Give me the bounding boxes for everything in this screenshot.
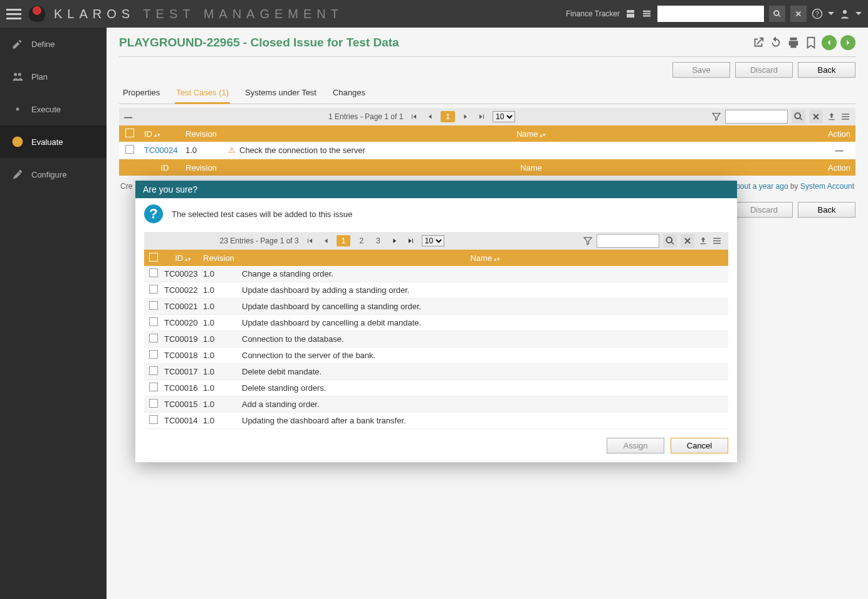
row-id: TC00021	[163, 302, 203, 311]
modal-search-clear[interactable]	[681, 234, 694, 248]
row-revision: 1.0	[203, 367, 242, 376]
row-checkbox[interactable]	[149, 301, 158, 310]
row-id: TC00017	[163, 367, 203, 376]
row-name: Add a standing order.	[242, 400, 728, 409]
row-revision: 1.0	[203, 400, 242, 409]
modal-pager-prev[interactable]	[320, 235, 332, 246]
modal-search-input[interactable]	[597, 234, 659, 248]
confirm-dialog: Are you sure? ? The selected test cases …	[135, 181, 737, 462]
modal-header-revision[interactable]: Revision	[203, 253, 242, 263]
row-name: Update dashboard by adding a standing or…	[242, 285, 728, 295]
modal-header-id[interactable]: ID	[175, 253, 191, 263]
row-name: Change a standing order.	[242, 269, 728, 278]
modal-page-size[interactable]: 10	[422, 235, 444, 246]
row-id: TC00015	[163, 400, 203, 409]
row-revision: 1.0	[203, 351, 242, 360]
row-revision: 1.0	[203, 269, 242, 278]
row-id: TC00018	[163, 351, 203, 360]
row-name: Update dashboard by cancelling a debit m…	[242, 318, 728, 327]
row-revision: 1.0	[203, 302, 242, 311]
modal-pager-first[interactable]	[304, 235, 315, 246]
row-checkbox[interactable]	[149, 350, 158, 359]
list-item[interactable]: TC000171.0Delete debit mandate.	[144, 364, 728, 380]
row-checkbox[interactable]	[149, 268, 158, 277]
row-name: Update dashboard by cancelling a standin…	[242, 302, 728, 311]
list-item[interactable]: TC000231.0Change a standing order.	[144, 266, 728, 282]
row-revision: 1.0	[203, 383, 242, 393]
modal-select-all[interactable]	[149, 253, 158, 262]
assign-button[interactable]: Assign	[607, 438, 664, 453]
modal-title: Are you sure?	[135, 181, 737, 198]
row-checkbox[interactable]	[149, 415, 158, 424]
row-id: TC00020	[163, 318, 203, 327]
row-name: Delete standing orders.	[242, 383, 728, 393]
modal-overlay: Are you sure? ? The selected test cases …	[0, 0, 868, 599]
row-checkbox[interactable]	[149, 383, 158, 391]
list-item[interactable]: TC000201.0Update dashboard by cancelling…	[144, 315, 728, 331]
modal-header-name[interactable]: Name	[470, 253, 499, 263]
modal-pager-next[interactable]	[389, 235, 400, 246]
row-name: Delete debit mandate.	[242, 367, 728, 376]
modal-columns-icon[interactable]	[712, 236, 722, 246]
list-item[interactable]: TC000151.0Add a standing order.	[144, 396, 728, 413]
modal-message: The selected test cases will be added to…	[172, 209, 352, 219]
modal-export-icon[interactable]	[698, 236, 708, 246]
list-item[interactable]: TC000221.0Update dashboard by adding a s…	[144, 282, 728, 299]
modal-grid-header: ID Revision Name	[144, 250, 728, 266]
cancel-button[interactable]: Cancel	[671, 438, 728, 453]
modal-filter-icon[interactable]	[583, 236, 593, 246]
row-checkbox[interactable]	[149, 334, 158, 342]
row-revision: 1.0	[203, 285, 242, 295]
modal-pager-info: 23 Entries - Page 1 of 3	[220, 236, 299, 245]
row-revision: 1.0	[203, 318, 242, 327]
row-checkbox[interactable]	[149, 399, 158, 408]
row-revision: 1.0	[203, 334, 242, 344]
row-checkbox[interactable]	[149, 366, 158, 375]
row-checkbox[interactable]	[149, 317, 158, 326]
row-id: TC00022	[163, 285, 203, 295]
row-id: TC00016	[163, 383, 203, 393]
row-id: TC00019	[163, 334, 203, 344]
row-id: TC00023	[163, 269, 203, 278]
modal-page-2[interactable]: 2	[355, 236, 367, 245]
row-id: TC00014	[163, 416, 203, 425]
list-item[interactable]: TC000211.0Update dashboard by cancelling…	[144, 299, 728, 315]
question-icon: ?	[144, 204, 163, 223]
modal-search-button[interactable]	[663, 234, 677, 248]
row-name: Connection to the server of the bank.	[242, 351, 728, 360]
list-item[interactable]: TC000161.0Delete standing orders.	[144, 380, 728, 396]
modal-page-1[interactable]: 1	[337, 235, 351, 246]
row-revision: 1.0	[203, 416, 242, 425]
list-item[interactable]: TC000181.0Connection to the server of th…	[144, 347, 728, 364]
row-checkbox[interactable]	[149, 285, 158, 294]
row-name: Updating the dashboard after a bank tran…	[242, 416, 728, 425]
row-name: Connection to the database.	[242, 334, 728, 344]
list-item[interactable]: TC000141.0Updating the dashboard after a…	[144, 413, 728, 429]
modal-page-3[interactable]: 3	[372, 236, 384, 245]
modal-pager-last[interactable]	[405, 235, 417, 246]
list-item[interactable]: TC000191.0Connection to the database.	[144, 331, 728, 347]
